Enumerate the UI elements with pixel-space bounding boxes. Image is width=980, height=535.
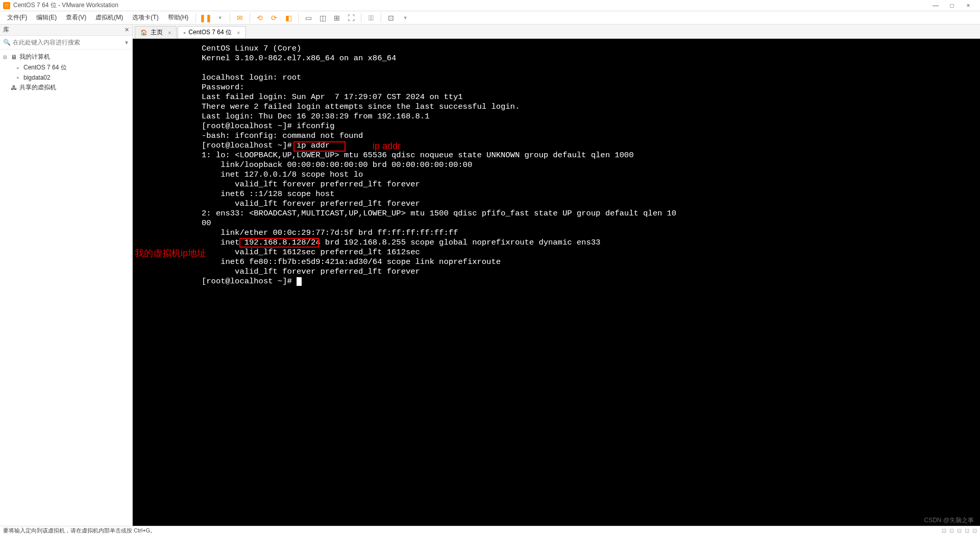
vm-icon: ▫ [14, 64, 21, 71]
search-icon: 🔍 [3, 39, 11, 46]
tab-label: CentOS 7 64 位 [188, 28, 232, 37]
separator [195, 13, 196, 22]
home-icon: 🏠 [140, 29, 148, 36]
snapshot-icon[interactable]: ⟲ [254, 12, 265, 23]
annotation-box-ip [239, 238, 319, 248]
collapse-icon[interactable]: ⊟ [3, 55, 8, 60]
watermark: CSDN @失脑之事 [924, 516, 974, 525]
search-input[interactable] [13, 38, 122, 47]
separator [298, 13, 299, 22]
tree-label: bigdata02 [23, 74, 51, 81]
device-icon[interactable]: ⊡ [942, 527, 946, 534]
sidebar-header: 库 ✕ [0, 25, 132, 36]
menu-view[interactable]: 查看(V) [62, 12, 90, 23]
dropdown-icon[interactable]: ▼ [214, 12, 226, 23]
vm-icon: ▫ [14, 74, 21, 81]
computer-icon: 🖥 [10, 54, 17, 61]
tab-home[interactable]: 🏠 主页 × [135, 26, 177, 38]
menubar: 文件(F) 编辑(E) 查看(V) 虚拟机(M) 选项卡(T) 帮助(H) ❚❚… [0, 11, 980, 25]
content-area: 🏠 主页 × ▫ CentOS 7 64 位 × CentOS Linux 7 … [133, 25, 980, 526]
menu-edit[interactable]: 编辑(E) [32, 12, 61, 23]
pause-button[interactable]: ❚❚ [200, 12, 211, 23]
shared-icon: 🖧 [10, 84, 17, 91]
vm-tab-icon: ▫ [183, 30, 185, 36]
search-row: 🔍 ▼ [0, 36, 132, 50]
tree-item-centos[interactable]: ▫ CentOS 7 64 位 [0, 62, 132, 73]
tree-label: CentOS 7 64 位 [23, 63, 67, 72]
device-icon[interactable]: ⊡ [965, 527, 969, 534]
dropdown-icon-2[interactable]: ▼ [400, 12, 411, 23]
window-title: CentOS 7 64 位 - VMware Workstation [13, 1, 932, 10]
sidebar: 库 ✕ 🔍 ▼ ⊟ 🖥 我的计算机 ▫ CentOS 7 64 位 ▫ bigd… [0, 25, 133, 526]
annotation-label-myvm-ip: 我的虚拟机ip地址 [135, 247, 206, 259]
close-button[interactable]: × [965, 2, 972, 9]
layout-icon-3[interactable]: ⊞ [331, 12, 342, 23]
tree-label: 我的计算机 [19, 53, 50, 61]
menu-help[interactable]: 帮助(H) [164, 12, 193, 23]
annotation-box-ipaddr [293, 141, 346, 152]
layout-icon-1[interactable]: ▭ [303, 12, 314, 23]
app-icon: □ [3, 2, 10, 9]
minimize-button[interactable]: — [932, 2, 939, 9]
fullscreen-icon[interactable]: ▶⃞ [365, 12, 377, 23]
tree-root-my-computer[interactable]: ⊟ 🖥 我的计算机 [0, 52, 132, 62]
menu-file[interactable]: 文件(F) [3, 12, 31, 23]
device-icon[interactable]: ⊡ [949, 527, 954, 534]
device-icon[interactable]: ⊡ [957, 527, 962, 534]
separator [230, 13, 230, 22]
tree-item-bigdata02[interactable]: ▫ bigdata02 [0, 73, 132, 82]
tab-close-icon[interactable]: × [237, 30, 240, 36]
main-container: 库 ✕ 🔍 ▼ ⊟ 🖥 我的计算机 ▫ CentOS 7 64 位 ▫ bigd… [0, 25, 980, 526]
tab-label: 主页 [151, 28, 163, 37]
layout-icon-2[interactable]: ◫ [317, 12, 328, 23]
snapshot-icon-2[interactable]: ⟳ [268, 12, 280, 23]
tab-centos[interactable]: ▫ CentOS 7 64 位 × [178, 26, 246, 38]
device-icon[interactable]: ⊡ [972, 527, 977, 534]
separator [361, 13, 361, 22]
layout-icon-4[interactable]: ⛶ [346, 12, 357, 23]
tree-shared-vms[interactable]: 🖧 共享的虚拟机 [0, 82, 132, 93]
tabbar: 🏠 主页 × ▫ CentOS 7 64 位 × [133, 25, 980, 39]
unity-icon[interactable]: ⊡ [385, 12, 397, 23]
menu-tabs[interactable]: 选项卡(T) [128, 12, 162, 23]
statusbar-text: 要将输入定向到该虚拟机，请在虚拟机内部单击或按 Ctrl+G。 [3, 527, 156, 534]
tab-close-icon[interactable]: × [168, 30, 171, 36]
snapshot-manager-icon[interactable]: ◧ [283, 12, 294, 23]
tree-label: 共享的虚拟机 [19, 83, 56, 92]
terminal-viewport[interactable]: CentOS Linux 7 (Core) Kernel 3.10.0-862.… [133, 39, 980, 526]
statusbar: 要将输入定向到该虚拟机，请在虚拟机内部单击或按 Ctrl+G。 ⊡ ⊡ ⊡ ⊡ … [0, 526, 980, 535]
window-controls: — □ × [932, 2, 972, 9]
sidebar-close-icon[interactable]: ✕ [125, 27, 129, 33]
separator [250, 13, 250, 22]
titlebar: □ CentOS 7 64 位 - VMware Workstation — □… [0, 0, 980, 11]
send-button[interactable]: ✉ [234, 12, 246, 23]
maximize-button[interactable]: □ [948, 2, 955, 9]
library-tree: ⊟ 🖥 我的计算机 ▫ CentOS 7 64 位 ▫ bigdata02 🖧 … [0, 50, 132, 95]
sidebar-title: 库 [3, 26, 9, 34]
search-dropdown-icon[interactable]: ▼ [124, 40, 129, 45]
separator [381, 13, 381, 22]
menu-vm[interactable]: 虚拟机(M) [91, 12, 127, 23]
annotation-label-ipaddr: ip addr [373, 141, 401, 152]
statusbar-right: ⊡ ⊡ ⊡ ⊡ ⊡ [942, 527, 977, 534]
terminal-output[interactable]: CentOS Linux 7 (Core) Kernel 3.10.0-862.… [202, 39, 980, 286]
